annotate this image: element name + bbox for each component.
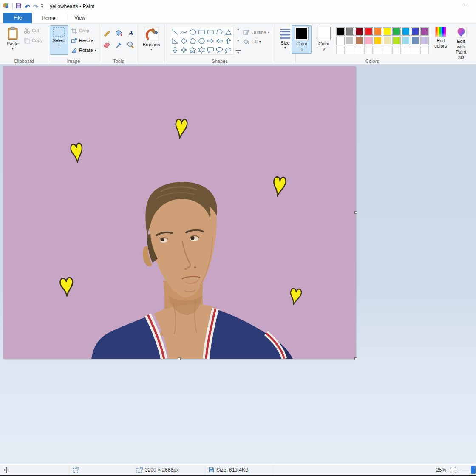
cut-button[interactable]: Cut <box>23 26 44 35</box>
palette-color-swatch[interactable] <box>355 27 363 36</box>
crop-button[interactable]: Crop <box>70 26 97 35</box>
canvas-resize-handle-bottom[interactable] <box>178 357 181 360</box>
palette-empty-slot[interactable] <box>346 46 354 54</box>
palette-color-swatch[interactable] <box>336 37 345 45</box>
palette-color-swatch[interactable] <box>336 27 345 36</box>
palette-empty-slot[interactable] <box>383 46 391 54</box>
color2-button[interactable]: Color2 <box>314 25 334 54</box>
palette-color-swatch[interactable] <box>411 27 419 36</box>
palette-empty-slot[interactable] <box>411 46 419 54</box>
palette-empty-slot[interactable] <box>374 46 382 54</box>
qat-customize-button[interactable]: ▾ <box>41 4 43 9</box>
fill-with-color-tool-button[interactable] <box>113 28 124 38</box>
palette-color-swatch[interactable] <box>383 27 391 36</box>
zoom-out-button[interactable]: – <box>450 467 456 473</box>
shape-right-triangle-icon <box>171 37 179 45</box>
palette-empty-slot[interactable] <box>392 46 401 54</box>
copy-label: Copy <box>32 38 43 43</box>
tab-file[interactable]: File <box>3 12 32 23</box>
zoom-slider-thumb[interactable] <box>471 466 476 474</box>
shape-up-arrow-button[interactable] <box>224 37 233 45</box>
tab-home[interactable]: Home <box>32 12 65 23</box>
group-image: Select ▾ Crop Resi <box>48 24 99 64</box>
palette-color-swatch[interactable] <box>364 37 373 45</box>
palette-color-swatch[interactable] <box>420 37 429 45</box>
palette-color-swatch[interactable] <box>411 37 419 45</box>
palette-color-swatch[interactable] <box>402 37 410 45</box>
eraser-tool-button[interactable] <box>102 40 112 50</box>
color-picker-tool-button[interactable] <box>113 40 124 50</box>
color1-button[interactable]: Color1 <box>292 25 312 54</box>
select-button[interactable]: Select ▾ <box>50 25 69 55</box>
palette-color-swatch[interactable] <box>402 27 410 36</box>
resize-button[interactable]: Resize <box>70 36 97 45</box>
canvas-resize-handle-right[interactable] <box>354 211 357 214</box>
shape-rounded-rectangle-icon <box>207 28 215 36</box>
magnifier-tool-button[interactable] <box>125 40 136 50</box>
palette-color-swatch[interactable] <box>420 27 429 36</box>
copy-button[interactable]: Copy <box>23 36 44 45</box>
shapes-scroll-up-button[interactable]: ▲ <box>236 28 241 31</box>
text-tool-button[interactable]: A <box>125 28 136 38</box>
shape-five-point-star-button[interactable] <box>189 45 197 54</box>
palette-empty-slot[interactable] <box>402 46 410 54</box>
shape-cloud-callout-button[interactable] <box>224 45 233 54</box>
shapes-scroll-down-button[interactable]: ▼ <box>236 39 241 42</box>
shape-line-button[interactable] <box>171 28 179 36</box>
clipboard-group-label: Clipboard <box>0 59 48 64</box>
paste-button[interactable]: Paste ▾ <box>4 25 22 52</box>
redo-button[interactable]: ↷ <box>33 3 39 10</box>
copy-icon <box>24 37 30 44</box>
edit-with-paint3d-button[interactable]: Edit withPaint 3D <box>453 25 470 62</box>
edit-colors-button[interactable]: Editcolors <box>431 25 450 50</box>
palette-color-swatch[interactable] <box>374 37 382 45</box>
palette-empty-slot[interactable] <box>355 46 363 54</box>
shape-rectangle-button[interactable] <box>198 28 206 36</box>
zoom-slider[interactable] <box>460 470 474 470</box>
palette-color-swatch[interactable] <box>392 27 401 36</box>
select-label: Select <box>53 38 66 43</box>
shape-oval-callout-button[interactable] <box>215 45 224 54</box>
portrait-image <box>91 182 293 359</box>
shape-down-arrow-button[interactable] <box>171 45 179 54</box>
shape-triangle-button[interactable] <box>224 28 233 36</box>
shape-oval-button[interactable] <box>189 28 197 36</box>
palette-color-swatch[interactable] <box>346 27 354 36</box>
minimize-button[interactable]: — <box>462 2 471 8</box>
shapes-more-button[interactable]: ▼ <box>236 50 241 54</box>
shape-rounded-rectangle-button[interactable] <box>207 28 215 36</box>
outline-button[interactable]: Outline ▾ <box>243 29 270 35</box>
brushes-button[interactable]: Brushes ▾ <box>140 25 163 53</box>
shape-polygon-button[interactable] <box>215 28 224 36</box>
rotate-button[interactable]: Rotate ▾ <box>70 45 97 55</box>
palette-color-swatch[interactable] <box>392 37 401 45</box>
group-clipboard: Paste ▾ Cut <box>0 24 48 64</box>
shape-diamond-button[interactable] <box>180 37 188 45</box>
palette-color-swatch[interactable] <box>346 37 354 45</box>
shape-right-triangle-button[interactable] <box>171 37 179 45</box>
shape-six-point-star-button[interactable] <box>198 45 206 54</box>
shape-left-arrow-button[interactable] <box>215 37 224 45</box>
shape-curve-button[interactable] <box>180 28 188 36</box>
palette-color-swatch[interactable] <box>364 27 373 36</box>
palette-color-swatch[interactable] <box>383 37 391 45</box>
fill-button[interactable]: Fill ▾ <box>243 39 270 45</box>
paint-window: ↶ ↷ ▾ yellowhearts - Paint — File Home V… <box>0 0 476 476</box>
pencil-tool-button[interactable] <box>102 28 112 38</box>
save-button[interactable] <box>16 3 22 10</box>
shape-pentagon-button[interactable] <box>189 37 197 45</box>
shape-rounded-rectangle-callout-button[interactable] <box>207 45 215 54</box>
palette-empty-slot[interactable] <box>336 46 345 54</box>
palette-color-swatch[interactable] <box>374 27 382 36</box>
tab-view[interactable]: View <box>65 12 95 23</box>
palette-empty-slot[interactable] <box>420 46 429 54</box>
shape-right-arrow-button[interactable] <box>207 37 215 45</box>
palette-empty-slot[interactable] <box>364 46 373 54</box>
canvas-resize-handle-corner[interactable] <box>354 357 357 360</box>
shape-four-point-star-button[interactable] <box>180 45 188 54</box>
text-icon: A <box>127 29 135 37</box>
shape-hexagon-button[interactable] <box>198 37 206 45</box>
palette-color-swatch[interactable] <box>355 37 363 45</box>
canvas[interactable] <box>3 66 356 359</box>
undo-button[interactable]: ↶ <box>25 3 30 10</box>
